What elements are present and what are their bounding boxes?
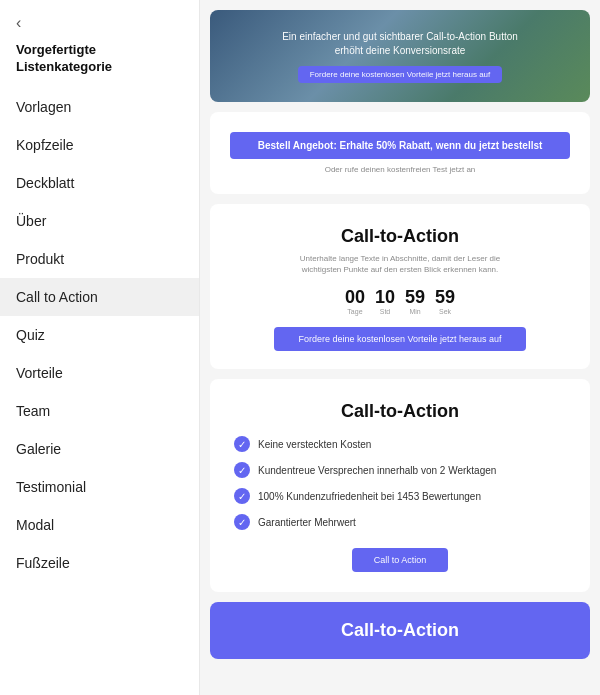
check-icon: ✓ — [234, 514, 250, 530]
sidebar-item-modal[interactable]: Modal — [0, 506, 199, 544]
cta-countdown-desc: Unterhalte lange Texte in Abschnitte, da… — [290, 253, 510, 275]
checklist-items: ✓ Keine versteckten Kosten✓ Kundentreue … — [234, 436, 566, 530]
card-offer: Bestell Angebot: Erhalte 50% Rabatt, wen… — [210, 112, 590, 194]
sidebar-item-fusszeile[interactable]: Fußzeile — [0, 544, 199, 582]
check-icon: ✓ — [234, 488, 250, 504]
card-cta-checklist: Call-to-Action ✓ Keine versteckten Koste… — [210, 379, 590, 592]
sidebar-item-testimonial[interactable]: Testimonial — [0, 468, 199, 506]
checklist-item: ✓ 100% Kundenzufriedenheit bei 1453 Bewe… — [234, 488, 566, 504]
checklist-item: ✓ Garantierter Mehrwert — [234, 514, 566, 530]
countdown-item: 10 Std — [375, 287, 395, 315]
check-icon: ✓ — [234, 436, 250, 452]
bottom-cta-title: Call-to-Action — [341, 620, 459, 641]
cta-countdown-title: Call-to-Action — [341, 226, 459, 247]
countdown-label: Std — [380, 308, 391, 315]
hero-text: Ein einfacher und gut sichtbarer Call-to… — [270, 30, 530, 58]
checklist-item-text: Keine versteckten Kosten — [258, 439, 371, 450]
back-icon: ‹ — [16, 14, 21, 31]
sidebar-item-cta[interactable]: Call to Action — [0, 278, 199, 316]
countdown-item: 59 Min — [405, 287, 425, 315]
sidebar-item-kopfzeile[interactable]: Kopfzeile — [0, 126, 199, 164]
checklist-button[interactable]: Call to Action — [352, 548, 449, 572]
card-hero: Ein einfacher und gut sichtbarer Call-to… — [210, 10, 590, 102]
back-button[interactable]: ‹ — [0, 0, 199, 42]
cta-countdown-button[interactable]: Fordere deine kostenlosen Vorteile jetzt… — [274, 327, 525, 351]
sidebar-item-quiz[interactable]: Quiz — [0, 316, 199, 354]
checklist-title: Call-to-Action — [341, 401, 459, 422]
sidebar: ‹ Vorgefertigte Listenkategorie Vorlagen… — [0, 0, 200, 695]
offer-button[interactable]: Bestell Angebot: Erhalte 50% Rabatt, wen… — [230, 132, 571, 159]
checklist-item-text: Kundentreue Versprechen innerhalb von 2 … — [258, 465, 496, 476]
card-cta-countdown: Call-to-Action Unterhalte lange Texte in… — [210, 204, 590, 369]
countdown-num: 59 — [435, 287, 455, 308]
countdown-label: Sek — [439, 308, 451, 315]
checklist-item-text: Garantierter Mehrwert — [258, 517, 356, 528]
sidebar-item-ueber[interactable]: Über — [0, 202, 199, 240]
sidebar-item-deckblatt[interactable]: Deckblatt — [0, 164, 199, 202]
hero-button[interactable]: Fordere deine kostenlosen Vorteile jetzt… — [298, 66, 503, 83]
countdown-num: 59 — [405, 287, 425, 308]
countdown-item: 59 Sek — [435, 287, 455, 315]
countdown-num: 10 — [375, 287, 395, 308]
check-icon: ✓ — [234, 462, 250, 478]
sidebar-item-vorteile[interactable]: Vorteile — [0, 354, 199, 392]
countdown-label: Tage — [347, 308, 362, 315]
countdown-item: 00 Tage — [345, 287, 365, 315]
sidebar-item-team[interactable]: Team — [0, 392, 199, 430]
countdown-num: 00 — [345, 287, 365, 308]
card-bottom-cta: Call-to-Action — [210, 602, 590, 659]
sidebar-item-vorlagen[interactable]: Vorlagen — [0, 88, 199, 126]
sidebar-title: Vorgefertigte Listenkategorie — [0, 42, 199, 88]
countdown: 00 Tage10 Std59 Min59 Sek — [345, 287, 455, 315]
countdown-label: Min — [409, 308, 420, 315]
sidebar-item-produkt[interactable]: Produkt — [0, 240, 199, 278]
checklist-item: ✓ Keine versteckten Kosten — [234, 436, 566, 452]
checklist-item-text: 100% Kundenzufriedenheit bei 1453 Bewert… — [258, 491, 481, 502]
main-content: Ein einfacher und gut sichtbarer Call-to… — [200, 0, 600, 695]
sidebar-item-galerie[interactable]: Galerie — [0, 430, 199, 468]
offer-subtext: Oder rufe deinen kostenfreien Test jetzt… — [325, 165, 476, 174]
sidebar-items-container: VorlagenKopfzeileDeckblattÜberProduktCal… — [0, 88, 199, 582]
checklist-item: ✓ Kundentreue Versprechen innerhalb von … — [234, 462, 566, 478]
